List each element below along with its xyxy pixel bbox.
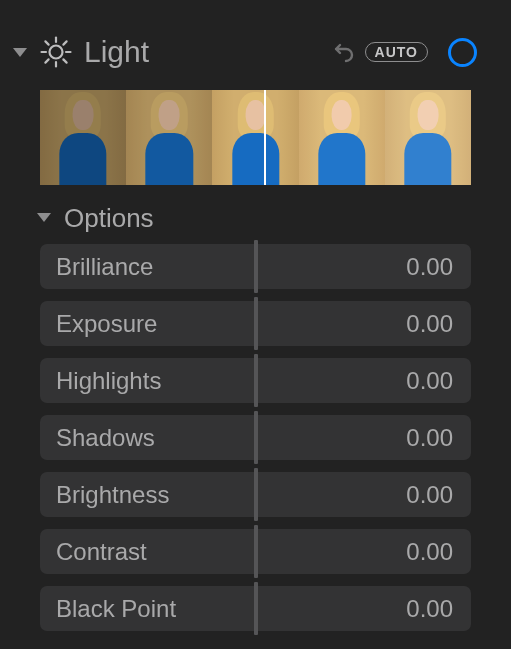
slider-thumb[interactable] [254,468,258,521]
auto-button[interactable]: AUTO [365,42,428,62]
slider-label: Brilliance [40,253,153,281]
svg-marker-10 [37,213,51,222]
slider-label: Exposure [40,310,157,338]
options-header[interactable]: Options [34,203,511,234]
slider-value: 0.00 [406,538,453,566]
slider-contrast[interactable]: Contrast0.00 [40,529,471,574]
slider-thumb[interactable] [254,525,258,578]
slider-thumb[interactable] [254,297,258,350]
preview-thumb [40,90,126,185]
svg-line-8 [45,59,48,62]
svg-point-1 [50,46,63,59]
slider-value: 0.00 [406,310,453,338]
slider-exposure[interactable]: Exposure0.00 [40,301,471,346]
slider-value: 0.00 [406,253,453,281]
strip-handle[interactable] [264,90,266,185]
light-preview-strip[interactable] [40,90,471,185]
svg-marker-0 [13,48,27,57]
slider-value: 0.00 [406,424,453,452]
slider-label: Shadows [40,424,155,452]
slider-thumb[interactable] [254,354,258,407]
enable-toggle[interactable] [448,38,477,67]
slider-label: Contrast [40,538,147,566]
slider-label: Highlights [40,367,161,395]
undo-icon[interactable] [331,40,355,64]
svg-line-9 [63,41,66,44]
sliders-list: Brilliance0.00Exposure0.00Highlights0.00… [0,244,511,631]
sun-icon [40,36,72,68]
slider-value: 0.00 [406,595,453,623]
slider-thumb[interactable] [254,411,258,464]
preview-thumb [212,90,298,185]
slider-thumb[interactable] [254,240,258,293]
preview-thumb [126,90,212,185]
preview-thumb [299,90,385,185]
svg-line-6 [45,41,48,44]
preview-thumb [385,90,471,185]
options-title: Options [64,203,154,234]
slider-brilliance[interactable]: Brilliance0.00 [40,244,471,289]
slider-shadows[interactable]: Shadows0.00 [40,415,471,460]
chevron-down-icon[interactable] [10,42,30,62]
light-adjust-panel: Light AUTO Options Brilliance0.00Exposur… [0,0,511,631]
svg-line-7 [63,59,66,62]
slider-brightness[interactable]: Brightness0.00 [40,472,471,517]
slider-thumb[interactable] [254,582,258,635]
slider-value: 0.00 [406,367,453,395]
panel-title: Light [84,35,321,69]
slider-black-point[interactable]: Black Point0.00 [40,586,471,631]
slider-value: 0.00 [406,481,453,509]
slider-label: Black Point [40,595,176,623]
chevron-down-icon [34,207,54,231]
slider-label: Brightness [40,481,169,509]
light-header: Light AUTO [0,28,511,76]
slider-highlights[interactable]: Highlights0.00 [40,358,471,403]
